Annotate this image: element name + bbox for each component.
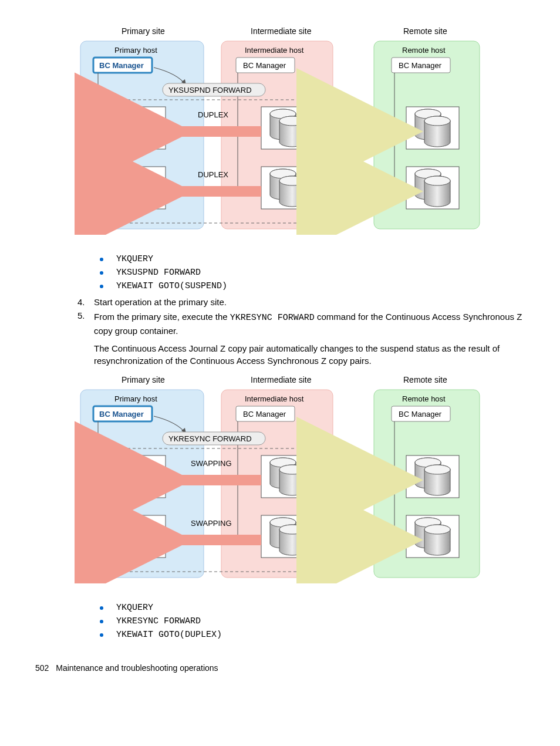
d1-remote-site: Remote site [403, 26, 447, 36]
bullet-item: YKQUERY [100, 254, 525, 264]
d1-primary-site: Primary site [122, 26, 165, 36]
d2-intermediate-host: Intermediate host [245, 394, 304, 403]
bullet-icon [100, 258, 103, 261]
bullet-icon [100, 606, 103, 610]
d1-label1b: DUPLEX [198, 170, 228, 179]
d2-bc-inter: BC Manager [243, 410, 286, 418]
bullet-item: YKRESYNC FORWARD [100, 616, 525, 626]
step-5: 5. From the primary site, execute the YK… [77, 310, 525, 337]
d1-bc-inter: BC Manager [243, 61, 286, 70]
step5-code: YKRESYNC FORWARD [230, 313, 315, 323]
step-text: Start operation at the primary site. [94, 297, 227, 307]
paragraph: The Continuous Access Journal Z copy pai… [94, 342, 525, 368]
cmd-text: YKSUSPND FORWARD [116, 268, 201, 278]
page-number: 502 [35, 663, 49, 673]
step-number: 5. [77, 310, 94, 337]
cmd-text: YKRESYNC FORWARD [116, 616, 201, 626]
d1-label1a: DUPLEX [198, 110, 228, 119]
bullet-icon [100, 620, 103, 623]
page-footer: 502 Maintenance and troubleshooting oper… [35, 663, 525, 673]
step-4: 4. Start operation at the primary site. [77, 297, 525, 307]
diagram-1: Primary site Intermediate site Remote si… [35, 23, 525, 237]
diagram-2: Primary site Intermediate site Remote si… [35, 372, 525, 585]
d2-label2b: DUPLEX [343, 519, 374, 528]
step-text: From the primary site, execute the YKRES… [94, 310, 525, 337]
d1-bc-remote: BC Manager [399, 61, 442, 70]
d2-command: YKRESYNC FORWARD [168, 434, 252, 443]
cmd-text: YKQUERY [116, 603, 153, 613]
d2-intermediate-site: Intermediate site [251, 375, 312, 384]
d1-remote-host: Remote host [402, 46, 446, 55]
command-list-2: YKQUERY YKRESYNC FORWARD YKEWAIT GOTO(DU… [100, 603, 525, 640]
d2-label1b: SWAPPING [191, 519, 232, 528]
d1-command: YKSUSPND FORWARD [168, 86, 252, 94]
d1-intermediate-host: Intermediate host [245, 46, 304, 55]
cmd-text: YKEWAIT GOTO(SUSPEND) [116, 281, 227, 291]
d1-label2a: DUPLEX [343, 110, 374, 119]
step5-before: From the primary site, execute the [94, 312, 230, 322]
d1-label2b: DUPLEX [343, 170, 374, 179]
cmd-text: YKQUERY [116, 254, 153, 264]
bullet-item: YKEWAIT GOTO(SUSPEND) [100, 281, 525, 291]
d2-bc-remote: BC Manager [399, 410, 442, 418]
d1-intermediate-site: Intermediate site [251, 26, 312, 36]
d2-label1a: SWAPPING [191, 459, 232, 468]
d2-primary-host: Primary host [114, 394, 157, 403]
bullet-item: YKSUSPND FORWARD [100, 268, 525, 278]
d2-remote-host: Remote host [402, 394, 446, 403]
d2-label2a: DUPLEX [343, 459, 374, 468]
bullet-icon [100, 271, 103, 275]
footer-title: Maintenance and troubleshooting operatio… [56, 663, 218, 673]
bullet-icon [100, 633, 103, 637]
bullet-item: YKQUERY [100, 603, 525, 613]
d2-remote-site: Remote site [403, 375, 447, 384]
command-list-1: YKQUERY YKSUSPND FORWARD YKEWAIT GOTO(SU… [100, 254, 525, 291]
bullet-icon [100, 285, 103, 288]
d2-primary-site: Primary site [122, 375, 165, 384]
d1-primary-host: Primary host [114, 46, 157, 55]
step-number: 4. [77, 297, 94, 307]
bullet-item: YKEWAIT GOTO(DUPLEX) [100, 630, 525, 640]
d1-bc-primary: BC Manager [99, 61, 144, 70]
topology-diagram-2: Primary site Intermediate site Remote si… [75, 372, 485, 583]
d2-bc-primary: BC Manager [99, 410, 144, 418]
cmd-text: YKEWAIT GOTO(DUPLEX) [116, 630, 222, 640]
topology-diagram-1: Primary site Intermediate site Remote si… [75, 23, 485, 235]
